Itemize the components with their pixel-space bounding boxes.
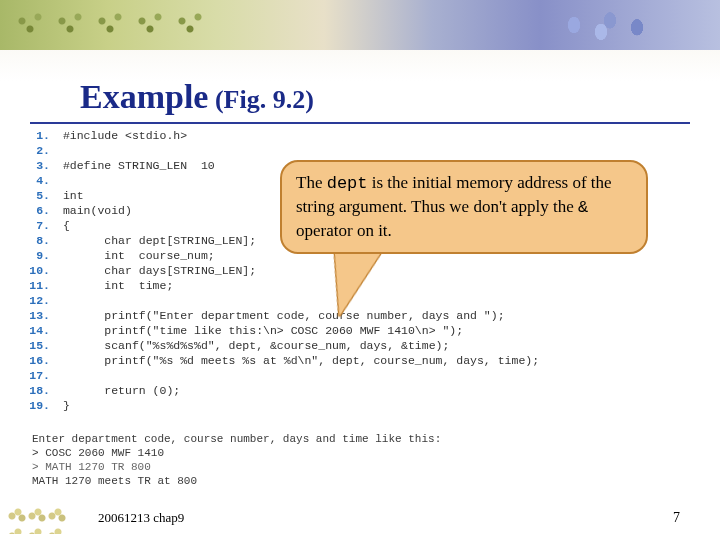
footer: 20061213 chap9 7 bbox=[0, 514, 720, 540]
code-line: 15. scanf("%s%d%s%d", dept, &course_num,… bbox=[28, 338, 692, 353]
code-text: return (0); bbox=[56, 383, 180, 398]
output-line: > MATH 1270 TR 800 bbox=[32, 460, 692, 474]
code-text: main(void) bbox=[56, 203, 132, 218]
line-number: 19. bbox=[28, 398, 56, 413]
title-main: Example bbox=[80, 78, 208, 115]
output-line: Enter department code, course number, da… bbox=[32, 432, 692, 446]
line-number: 4. bbox=[28, 173, 56, 188]
line-number: 11. bbox=[28, 278, 56, 293]
code-text bbox=[56, 368, 63, 383]
code-text: printf("%s %d meets %s at %d\n", dept, c… bbox=[56, 353, 539, 368]
line-number: 17. bbox=[28, 368, 56, 383]
line-number: 2. bbox=[28, 143, 56, 158]
code-text: } bbox=[56, 398, 70, 413]
page-number: 7 bbox=[673, 510, 680, 526]
callout-bubble: The dept is the initial memory address o… bbox=[280, 160, 648, 254]
code-text: #define STRING_LEN 10 bbox=[56, 158, 215, 173]
decorative-banner bbox=[0, 0, 720, 50]
code-line: 19. } bbox=[28, 398, 692, 413]
line-number: 3. bbox=[28, 158, 56, 173]
callout-text-post: operator on it. bbox=[296, 221, 392, 240]
callout-code-dept: dept bbox=[327, 174, 368, 193]
line-number: 12. bbox=[28, 293, 56, 308]
code-text: char dept[STRING_LEN]; bbox=[56, 233, 256, 248]
callout-text-pre: The bbox=[296, 173, 327, 192]
output-line: > COSC 2060 MWF 1410 bbox=[32, 446, 692, 460]
code-line: 18. return (0); bbox=[28, 383, 692, 398]
line-number: 15. bbox=[28, 338, 56, 353]
code-line: 17. bbox=[28, 368, 692, 383]
line-number: 14. bbox=[28, 323, 56, 338]
code-text bbox=[56, 143, 63, 158]
code-text: printf("time like this:\n> COSC 2060 MWF… bbox=[56, 323, 463, 338]
code-line: 2. bbox=[28, 143, 692, 158]
line-number: 1. bbox=[28, 128, 56, 143]
output-line: MATH 1270 meets TR at 800 bbox=[32, 474, 692, 488]
footer-date: 20061213 chap9 bbox=[98, 510, 184, 526]
title-sub: (Fig. 9.2) bbox=[208, 85, 313, 114]
line-number: 7. bbox=[28, 218, 56, 233]
code-line: 1. #include <stdio.h> bbox=[28, 128, 692, 143]
code-text bbox=[56, 173, 63, 188]
line-number: 6. bbox=[28, 203, 56, 218]
line-number: 10. bbox=[28, 263, 56, 278]
program-output: Enter department code, course number, da… bbox=[32, 432, 692, 488]
callout-pointer bbox=[325, 250, 382, 316]
slide: Example (Fig. 9.2) 1. #include <stdio.h>… bbox=[0, 0, 720, 540]
callout-code-amp: & bbox=[578, 198, 588, 217]
code-text: #include <stdio.h> bbox=[56, 128, 187, 143]
code-text: printf("Enter department code, course nu… bbox=[56, 308, 505, 323]
line-number: 16. bbox=[28, 353, 56, 368]
title-divider bbox=[30, 122, 690, 124]
line-number: 9. bbox=[28, 248, 56, 263]
code-text bbox=[56, 293, 63, 308]
line-number: 8. bbox=[28, 233, 56, 248]
code-text: int time; bbox=[56, 278, 173, 293]
line-number: 5. bbox=[28, 188, 56, 203]
line-number: 18. bbox=[28, 383, 56, 398]
code-text: int course_num; bbox=[56, 248, 215, 263]
code-text: { bbox=[56, 218, 70, 233]
code-text: scanf("%s%d%s%d", dept, &course_num, day… bbox=[56, 338, 449, 353]
code-text: char days[STRING_LEN]; bbox=[56, 263, 256, 278]
slide-title: Example (Fig. 9.2) bbox=[80, 78, 314, 116]
code-line: 16. printf("%s %d meets %s at %d\n", dep… bbox=[28, 353, 692, 368]
code-text: int bbox=[56, 188, 84, 203]
code-line: 14. printf("time like this:\n> COSC 2060… bbox=[28, 323, 692, 338]
line-number: 13. bbox=[28, 308, 56, 323]
